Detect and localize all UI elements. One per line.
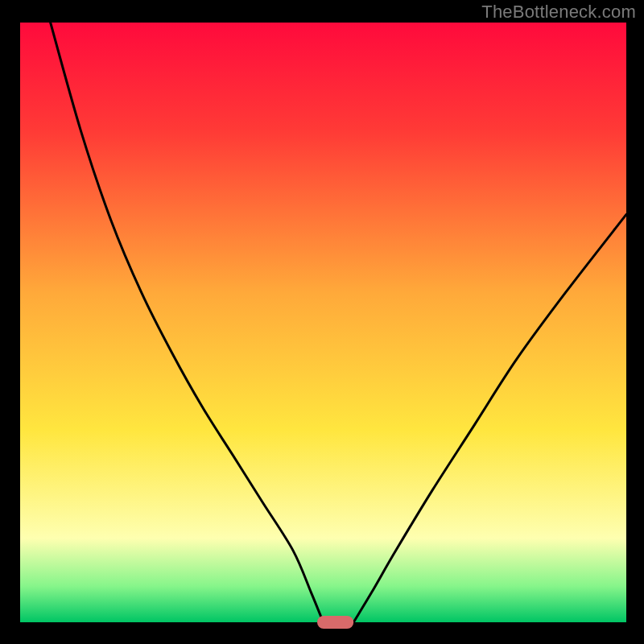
watermark-text: TheBottleneck.com — [481, 2, 636, 23]
minimum-marker — [317, 616, 353, 629]
bottleneck-plot — [0, 0, 644, 644]
gradient-background — [20, 23, 626, 622]
chart-frame: TheBottleneck.com — [0, 0, 644, 644]
